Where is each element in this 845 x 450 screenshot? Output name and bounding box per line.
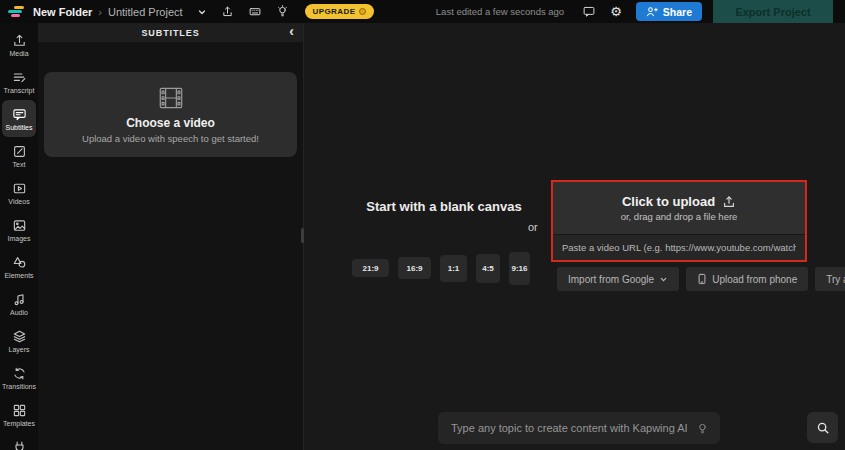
subtitles-panel: SUBTITLES ‹ Choose a video Upload a vide… <box>38 23 303 450</box>
try-a-sample-button[interactable]: Try a sample <box>815 267 845 291</box>
sidebar-item-media[interactable]: Media <box>2 26 36 63</box>
settings-gear-icon[interactable]: ⚙ <box>610 5 622 18</box>
sidebar-item-label: Videos <box>8 198 29 205</box>
ratio-4-5-button[interactable]: 4:5 <box>476 254 500 283</box>
chevron-down-icon <box>659 275 668 284</box>
sidebar-item-transcript[interactable]: Transcript <box>2 63 36 100</box>
image-icon <box>12 218 27 233</box>
video-icon <box>12 181 27 196</box>
sidebar-item-videos[interactable]: Videos <box>2 174 36 211</box>
ratio-9-16-button[interactable]: 9:16 <box>509 252 530 285</box>
export-project-button[interactable]: Export Project <box>713 0 833 23</box>
sidebar-item-elements[interactable]: Elements <box>2 248 36 285</box>
kapwing-logo[interactable] <box>8 6 24 17</box>
sidebar-item-plugins[interactable]: Plugins <box>2 433 36 450</box>
circular-arrows-icon <box>12 366 27 381</box>
phone-icon <box>697 273 707 285</box>
panel-header: SUBTITLES ‹ <box>38 23 303 42</box>
pencil-square-icon <box>12 144 27 159</box>
upgrade-label: UPGRADE <box>313 7 356 16</box>
aspect-ratio-row: 21:9 16:9 1:1 4:5 9:16 <box>348 249 534 287</box>
sidebar-item-transitions[interactable]: Transitions <box>2 359 36 396</box>
layers-stack-icon <box>12 329 27 344</box>
ratio-21-9-button[interactable]: 21:9 <box>352 259 389 277</box>
share-label: Share <box>663 6 692 18</box>
coin-icon <box>359 8 366 15</box>
share-button[interactable]: Share <box>636 2 702 21</box>
sidebar-item-text[interactable]: Text <box>2 137 36 174</box>
panel-resize-handle[interactable] <box>301 228 304 243</box>
canvas-area: Start with a blank canvas 21:9 16:9 1:1 … <box>303 23 845 450</box>
upload-actions-row: Import from Google Upload from phone Try… <box>557 267 845 291</box>
sidebar-item-layers[interactable]: Layers <box>2 322 36 359</box>
sidebar-item-label: Layers <box>8 346 29 353</box>
sidebar-item-label: Images <box>8 235 31 242</box>
chevron-down-icon[interactable] <box>197 7 207 17</box>
upgrade-button[interactable]: UPGRADE <box>305 4 375 19</box>
panel-title: SUBTITLES <box>141 28 199 38</box>
sidebar-item-label: Transcript <box>4 87 35 94</box>
lightbulb-icon[interactable] <box>696 422 709 435</box>
import-from-google-label: Import from Google <box>568 274 654 285</box>
upload-icon <box>722 195 736 209</box>
ratio-16-9-button[interactable]: 16:9 <box>398 257 431 279</box>
upload-icon <box>12 33 27 48</box>
top-bar: New Folder › Untitled Project UPGRADE La… <box>0 0 845 23</box>
sidebar-item-label: Text <box>13 161 26 168</box>
choose-video-title: Choose a video <box>126 116 215 130</box>
export-share-icon[interactable] <box>221 5 234 18</box>
import-from-google-button[interactable]: Import from Google <box>557 267 679 291</box>
shapes-icon <box>12 255 27 270</box>
music-note-icon <box>12 292 27 307</box>
keyboard-shortcuts-icon[interactable] <box>248 5 262 18</box>
click-to-upload-button[interactable]: Click to upload or, drag and drop a file… <box>553 182 805 234</box>
sidebar-item-images[interactable]: Images <box>2 211 36 248</box>
try-a-sample-label: Try a sample <box>826 274 845 285</box>
search-icon <box>816 421 830 435</box>
sidebar-item-templates[interactable]: Templates <box>2 396 36 433</box>
search-button[interactable] <box>807 412 838 443</box>
breadcrumb-folder[interactable]: New Folder <box>33 6 92 18</box>
collapse-panel-icon[interactable]: ‹ <box>289 22 294 41</box>
kapwing-ai-prompt-bar <box>438 412 720 444</box>
sidebar-item-label: Audio <box>10 309 28 316</box>
upload-dropzone-highlighted: Click to upload or, drag and drop a file… <box>551 180 807 262</box>
app-window: New Folder › Untitled Project UPGRADE La… <box>0 0 845 450</box>
choose-video-subtitle: Upload a video with speech to get starte… <box>82 133 259 144</box>
ai-topic-input[interactable] <box>449 421 696 435</box>
sidebar-item-audio[interactable]: Audio <box>2 285 36 322</box>
person-plus-icon <box>646 6 658 17</box>
transcript-lines-icon <box>12 70 27 85</box>
left-sidebar: Media Transcript Subtitles Text Videos I… <box>0 23 38 450</box>
sidebar-item-label: Elements <box>4 272 33 279</box>
upload-from-phone-button[interactable]: Upload from phone <box>686 267 808 291</box>
export-label: Export Project <box>735 6 810 18</box>
sidebar-item-label: Templates <box>3 420 35 427</box>
plug-icon <box>12 440 27 450</box>
sidebar-item-label: Subtitles <box>6 124 33 131</box>
last-edited-status: Last edited a few seconds ago <box>436 6 564 17</box>
lightbulb-icon[interactable] <box>276 5 289 18</box>
choose-video-card[interactable]: Choose a video Upload a video with speec… <box>44 72 297 157</box>
speech-bubble-icon <box>12 107 27 122</box>
film-strip-icon <box>156 85 186 111</box>
breadcrumb-separator: › <box>98 6 102 18</box>
breadcrumb: New Folder › Untitled Project <box>33 6 183 18</box>
upload-from-phone-label: Upload from phone <box>712 274 797 285</box>
blank-canvas-title: Start with a blank canvas <box>349 199 539 214</box>
sidebar-item-label: Media <box>9 50 28 57</box>
sidebar-item-label: Transitions <box>2 383 36 390</box>
feedback-comment-icon[interactable] <box>582 5 596 18</box>
upload-subtitle: or, drag and drop a file here <box>621 211 738 222</box>
grid-icon <box>12 403 27 418</box>
or-label: or <box>528 221 538 233</box>
sidebar-item-subtitles[interactable]: Subtitles <box>2 100 36 137</box>
main-area: Media Transcript Subtitles Text Videos I… <box>0 23 845 450</box>
upload-title: Click to upload <box>622 194 715 209</box>
video-url-input[interactable] <box>553 234 805 260</box>
project-title[interactable]: Untitled Project <box>108 6 183 18</box>
ratio-1-1-button[interactable]: 1:1 <box>440 255 467 282</box>
